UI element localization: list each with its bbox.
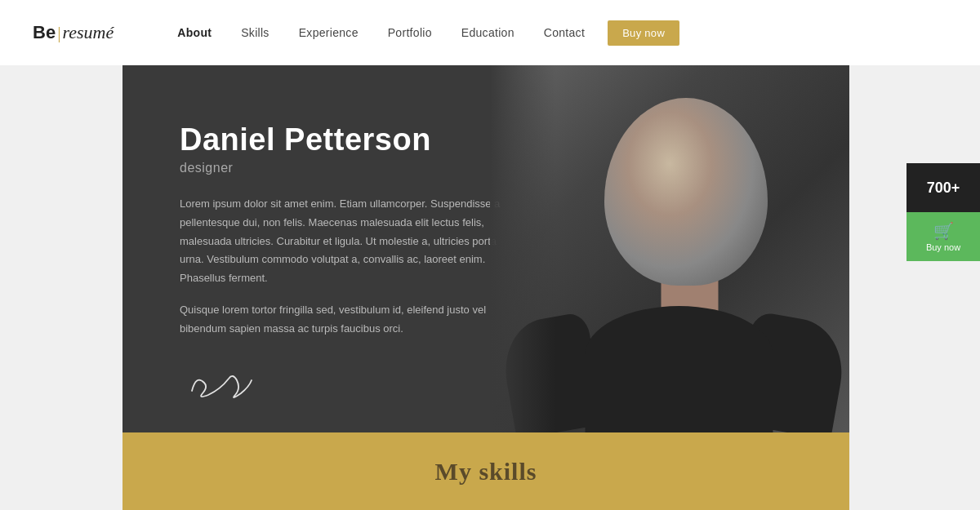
logo-pipe: |	[57, 22, 60, 43]
main-nav: About Skills Experience Portfolio Educat…	[163, 0, 679, 65]
nav-contact[interactable]: Contact	[529, 0, 599, 65]
person-head	[604, 98, 768, 286]
hero-bio: Lorem ipsum dolor sit amet enim. Etiam u…	[180, 195, 506, 338]
nav-skills[interactable]: Skills	[226, 0, 283, 65]
logo-be: Be	[33, 22, 56, 43]
skills-heading: My skills	[435, 458, 537, 486]
hero-title: designer	[180, 161, 506, 175]
hero-photo-bg	[490, 65, 849, 432]
nav-experience[interactable]: Experience	[284, 0, 373, 65]
hero-section: Daniel Petterson designer Lorem ipsum do…	[122, 65, 849, 432]
logo-resume: resumé	[63, 22, 114, 43]
hero-content: Daniel Petterson designer Lorem ipsum do…	[180, 122, 506, 415]
nav-education[interactable]: Education	[447, 0, 529, 65]
nav-about[interactable]: About	[163, 0, 226, 65]
person-body	[586, 306, 773, 432]
hero-photo	[490, 65, 849, 432]
cart-icon: 🛒	[933, 221, 954, 241]
hero-name: Daniel Petterson	[180, 122, 506, 157]
nav-portfolio[interactable]: Portfolio	[373, 0, 447, 65]
buy-now-button[interactable]: Buy now	[608, 20, 679, 46]
sidebar-buy-button[interactable]: 🛒 Buy now	[906, 212, 980, 261]
sidebar-counter-text: 700+	[927, 180, 960, 197]
skills-section: My skills	[122, 432, 849, 510]
hero-paragraph-2: Quisque lorem tortor fringilla sed, vest…	[180, 301, 506, 339]
hero-signature	[180, 362, 506, 415]
sidebar-buy-label: Buy now	[926, 242, 960, 252]
header: Be|resumé About Skills Experience Portfo…	[0, 0, 980, 65]
sidebar-right: 700+ 🛒 Buy now	[906, 163, 980, 261]
sidebar-counter: 700+	[906, 163, 980, 212]
hero-paragraph-1: Lorem ipsum dolor sit amet enim. Etiam u…	[180, 195, 506, 288]
logo: Be|resumé	[33, 22, 114, 43]
